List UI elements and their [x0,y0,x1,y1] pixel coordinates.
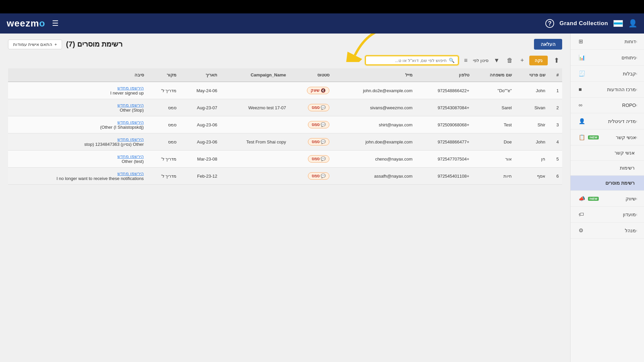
reject-button[interactable]: נקה [529,56,548,65]
sidebar-item-label: אנשי קשר [599,135,636,140]
cell-status: 💬 סמס [289,116,333,133]
filter-label: סינון לפי [473,58,488,63]
status-badge: 🔇 שיווק [307,87,329,94]
cell-lastname: "Do""e" [473,82,515,99]
top-bar [0,0,644,13]
search-icon: 🔍 [449,58,454,63]
sidebar-item-reports[interactable]: › דוחות ⊞ [571,34,644,50]
cell-firstname: Shir [515,116,549,133]
upload-action-button[interactable]: העלאה [534,39,562,50]
sidebar-item-label: אנשי קשר [576,150,635,156]
contacts-icon: 📋 [579,134,585,140]
menu-icon[interactable]: ☰ [52,19,59,28]
help-icon[interactable]: ? [545,19,554,28]
sidebar-item-analytics[interactable]: › ניתוחים 📊 [571,50,644,66]
sidebar-item-contacts[interactable]: › אנשי קשר NEW! 📋 [571,129,644,145]
cell-email: john.do2e@example.com [333,82,416,99]
col-lastname: שם משפחה [473,68,515,82]
reason-text: I never signed up [110,90,144,96]
delete-button[interactable]: 🗑 [505,56,515,65]
cell-campaign [221,150,289,168]
col-campaign: Campaign_Name [221,68,289,82]
reason-text: Other (test) [122,159,144,164]
table-body: 1 John "Do""e" +972548866422 john.do2e@e… [8,82,562,185]
re-register-link[interactable]: הירשמו מחדש [117,171,144,176]
sidebar-subitem-blocklist[interactable]: רשימת מוסרים [571,176,644,191]
sidebar-item-receipts[interactable]: › קבלות 🧾 [571,66,644,82]
arrow-icon: › [636,212,637,217]
sidebar-item-digital-media[interactable]: › מדיה דיגיטלית 👤 [571,113,644,129]
re-register-link[interactable]: הירשמו מחדש [117,120,144,125]
cell-email: cheno@nayax.com [333,150,416,168]
cell-num: 6 [549,168,562,185]
dropdown-button[interactable]: ▼ [492,56,502,65]
cell-num: 4 [549,133,562,150]
cell-date: May-24-06 [180,82,221,99]
header-right: ☰ weezmo [7,18,59,29]
cell-num: 3 [549,116,562,133]
arrow-icon: › [636,119,637,124]
table-header: # שם פרטי שם משפחה טלפון מייל סטטוס Camp… [8,68,562,82]
sidebar-item-label: מנהל [583,228,636,233]
sidebar-item-label: רשימות [576,165,635,171]
cell-reason: הירשמו מחדש I never signed up [8,82,147,99]
cell-reason: הירשמו מחדש Other (נסיון) 1234847363 (st… [8,133,147,150]
header: 👤 Grand Collection ? ☰ weezmo [0,13,644,34]
arrow-icon: › [636,135,637,140]
customize-columns-button[interactable]: + התאם אישית עמודות [8,40,62,49]
cell-email: assafh@nayax.com [333,168,416,185]
col-status: סטטוס [289,68,333,82]
add-button[interactable]: + [518,56,526,65]
header-left: 👤 Grand Collection ? [545,19,637,28]
cell-source: מדריך ל' [147,150,180,168]
cell-firstname: John [515,133,549,150]
main-layout: › דוחות ⊞ › ניתוחים 📊 › קבלות 🧾 › מרכז ה… [0,34,644,362]
sidebar-item-sms[interactable]: › שיווק NEW! 📣 [571,191,644,207]
customize-label: התאם אישית עמודות [13,42,52,47]
sidebar-item-manager[interactable]: › מנהל ⚙ [571,223,644,239]
cell-phone: +972543087084 [416,99,473,116]
cell-reason: הירשמו מחדש Other (Stop) [8,99,147,116]
arrow-icon: › [636,39,637,44]
cell-phone: +972548866422 [416,82,473,99]
col-date: תאריך [180,68,221,82]
re-register-link[interactable]: הירשמו מחדש [117,137,144,142]
user-icon[interactable]: 👤 [628,19,637,28]
digital-media-icon: 👤 [579,118,585,124]
sidebar-subitem-contacts[interactable]: אנשי קשר [571,145,644,161]
sidebar-item-ropo[interactable]: › ROPO ∞ [571,98,644,113]
weezmo-logo: weezmo [7,18,45,29]
cell-source: סמס [147,99,180,116]
sidebar-item-news-center[interactable]: › מרכז ההודעות ■ [571,82,644,98]
cell-num: 1 [549,82,562,99]
col-firstname: שם פרטי [515,68,549,82]
search-input[interactable] [369,58,447,63]
re-register-link[interactable]: הירשמו מחדש [117,154,144,159]
status-badge: 💬 סמס [308,155,329,163]
arrow-icon: › [636,196,637,201]
cell-phone: +972547707504 [416,150,473,168]
cell-reason: הירשמו מחדש Other (test) [8,150,147,168]
cell-reason: הירשמו מחדש Other (I Shaistopskdj)) [8,116,147,133]
content-area: העלאה רשימת מוסרים (7) + התאם אישית עמוד… [0,34,570,362]
arrow-icon: › [636,71,637,76]
sidebar-item-club[interactable]: › מועדון 🏷 [571,207,644,223]
cell-lastname: Test [473,116,515,133]
sidebar-item-label: מדיה דיגיטלית [585,119,636,124]
table-row: 3 Shir Test +972509068068 shirt@nayax.co… [8,116,562,133]
manager-icon: ⚙ [579,227,583,234]
filter-icon-button[interactable]: ≡ [462,56,470,65]
table-wrapper: # שם פרטי שם משפחה טלפון מייל סטטוס Camp… [0,68,570,362]
download-button[interactable]: ⬆ [551,55,562,66]
table-row: 2 Sivan Sarel +972543087084 sivans@weezm… [8,99,562,116]
re-register-link[interactable]: הירשמו מחדש [117,103,144,108]
cell-firstname: אסף [515,168,549,185]
cell-lastname: Sarel [473,99,515,116]
sidebar-item-label: קבלות [585,71,636,76]
sidebar-item-label: שיווק [599,196,636,201]
blocklist-table: # שם פרטי שם משפחה טלפון מייל סטטוס Camp… [8,68,562,185]
cell-source: מדריך ל' [147,168,180,185]
cell-source: סמס [147,133,180,150]
re-register-link[interactable]: הירשמו מחדש [117,85,144,90]
sidebar-subitem-lists[interactable]: רשימות [571,161,644,176]
